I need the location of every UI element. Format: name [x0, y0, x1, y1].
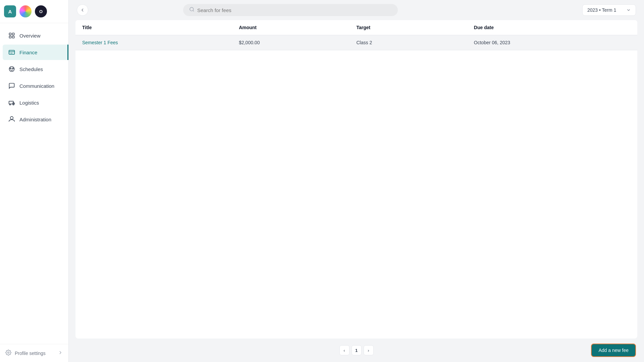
sidebar-item-communication[interactable]: Communication: [3, 78, 66, 94]
svg-point-15: [190, 7, 194, 11]
add-fee-button[interactable]: Add a new fee: [591, 344, 636, 357]
svg-point-13: [13, 104, 14, 105]
avatar-dark[interactable]: O: [35, 5, 47, 17]
sidebar: A O Overview Finance: [0, 0, 69, 362]
term-selector[interactable]: 2023 • Term 1: [582, 4, 636, 16]
col-amount: Amount: [239, 25, 356, 30]
col-target: Target: [357, 25, 474, 30]
col-title: Title: [82, 25, 239, 30]
avatar-a[interactable]: A: [4, 5, 16, 17]
fee-due-date: October 06, 2023: [474, 40, 631, 45]
svg-rect-4: [9, 50, 15, 54]
header-bar: 2023 • Term 1: [69, 0, 644, 20]
fee-title[interactable]: Semester 1 Fees: [82, 40, 239, 45]
main-content: 2023 • Term 1 Title Amount Target Due da…: [69, 0, 644, 362]
sidebar-item-logistics[interactable]: Logistics: [3, 95, 66, 110]
nav-menu: Overview Finance Schedules: [0, 23, 68, 344]
sidebar-item-schedules[interactable]: Schedules: [3, 61, 66, 77]
administration-icon: [8, 116, 15, 123]
sidebar-item-label: Schedules: [19, 66, 43, 72]
svg-rect-3: [12, 36, 14, 38]
next-page-button[interactable]: ›: [364, 345, 374, 355]
profile-settings[interactable]: Profile settings: [0, 344, 68, 362]
sidebar-item-label: Finance: [19, 50, 37, 55]
overview-icon: [8, 32, 15, 39]
sidebar-item-overview[interactable]: Overview: [3, 28, 66, 43]
svg-rect-2: [9, 36, 11, 38]
back-button[interactable]: [77, 4, 88, 16]
svg-line-16: [193, 10, 194, 11]
chevron-down-icon: [626, 8, 631, 12]
schedules-icon: [8, 65, 15, 73]
chevron-right-icon: [58, 350, 63, 356]
sidebar-item-label: Logistics: [19, 100, 39, 106]
communication-icon: [8, 82, 15, 89]
finance-icon: [8, 49, 15, 56]
pagination: ‹ 1 ›: [339, 345, 374, 355]
sidebar-item-label: Communication: [19, 83, 54, 89]
avatar-rainbow[interactable]: [19, 5, 32, 17]
profile-settings-label: Profile settings: [15, 351, 46, 356]
svg-point-14: [8, 352, 9, 354]
search-icon: [189, 7, 195, 13]
svg-point-9: [10, 68, 11, 69]
fees-table: Title Amount Target Due date Semester 1 …: [75, 20, 637, 339]
sidebar-item-administration[interactable]: Administration: [3, 112, 66, 127]
search-input[interactable]: [197, 7, 392, 13]
logistics-icon: [8, 99, 15, 106]
svg-point-8: [9, 67, 14, 72]
sidebar-item-finance[interactable]: Finance: [3, 45, 68, 60]
term-selector-label: 2023 • Term 1: [587, 7, 616, 13]
svg-rect-1: [12, 33, 14, 35]
fee-target: Class 2: [357, 40, 474, 45]
svg-rect-0: [9, 33, 11, 35]
sidebar-item-label: Overview: [19, 33, 41, 39]
sidebar-item-label: Administration: [19, 117, 51, 122]
svg-point-12: [9, 104, 10, 105]
svg-point-10: [12, 68, 13, 69]
search-container: [183, 4, 398, 16]
prev-page-button[interactable]: ‹: [339, 345, 350, 355]
footer: ‹ 1 › Add a new fee: [69, 339, 644, 362]
table-row[interactable]: Semester 1 Fees $2,000.00 Class 2 Octobe…: [75, 35, 637, 50]
fee-amount: $2,000.00: [239, 40, 356, 45]
page-1-button[interactable]: 1: [352, 345, 362, 355]
table-header: Title Amount Target Due date: [75, 20, 637, 35]
col-due-date: Due date: [474, 25, 631, 30]
gear-icon: [5, 350, 11, 357]
sidebar-top: A O: [0, 0, 68, 23]
